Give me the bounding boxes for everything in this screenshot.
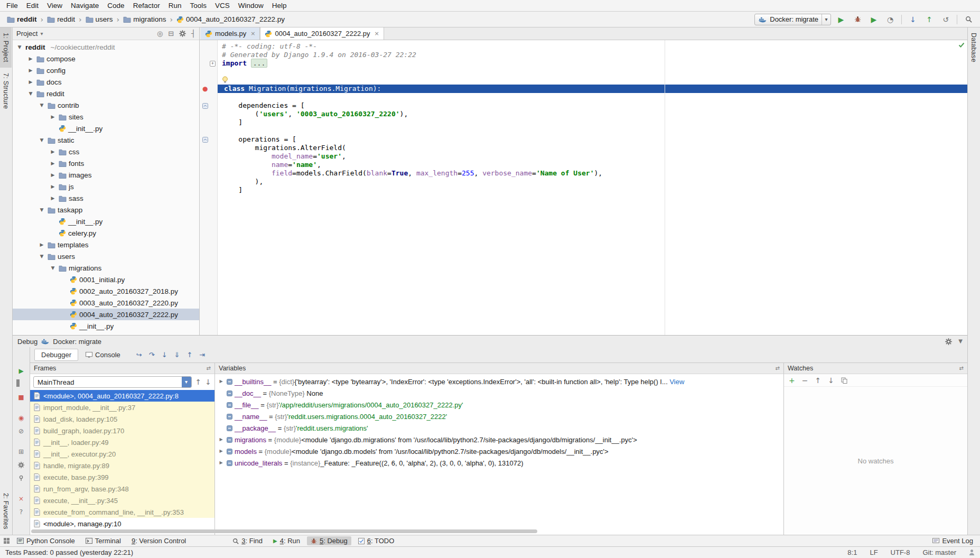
debug-button[interactable]: [851, 13, 864, 26]
gutter-line[interactable]: [200, 101, 217, 110]
chevron-collapsed-icon[interactable]: ▶: [38, 243, 45, 247]
panel-arrows-icon[interactable]: ⇄: [207, 366, 211, 371]
menu-edit[interactable]: Edit: [22, 1, 43, 10]
gutter-line[interactable]: [200, 42, 217, 51]
close-icon[interactable]: ×: [16, 494, 26, 503]
frame-row[interactable]: execute, __init__.py:345: [30, 495, 214, 506]
gutter-line[interactable]: ●: [200, 85, 217, 93]
tree-item-compose[interactable]: ▶compose: [13, 53, 199, 64]
menu-window[interactable]: Window: [234, 1, 268, 10]
code-line[interactable]: ('users', '0003_auto_20160327_2220'),: [218, 110, 967, 118]
toolwindow-button-run[interactable]: ▶4: Run: [269, 536, 304, 545]
breakpoint-icon[interactable]: ●: [202, 86, 208, 92]
chevron-collapsed-icon[interactable]: ▶: [27, 80, 34, 85]
chevron-expanded-icon[interactable]: ▼: [16, 45, 23, 50]
locate-file-icon[interactable]: ◎: [157, 30, 163, 37]
toolwindow-button-version-control[interactable]: 9: Version Control: [128, 536, 190, 545]
next-frame-icon[interactable]: ↓: [205, 378, 211, 386]
tree-item-templates[interactable]: ▶templates: [13, 239, 199, 250]
tree-item-js[interactable]: ▶js: [13, 181, 199, 192]
tree-item-0003-auto-20160327-2220-py[interactable]: 0003_auto_20160327_2220.py: [13, 297, 199, 309]
tree-item-css[interactable]: ▶css: [13, 146, 199, 157]
move-watch-up-icon[interactable]: ↑: [815, 377, 821, 384]
frame-row[interactable]: __init__, executor.py:20: [30, 448, 214, 460]
code-line[interactable]: [218, 93, 967, 101]
gutter-line[interactable]: [200, 118, 217, 127]
frame-row[interactable]: run_from_argv, base.py:348: [30, 483, 214, 495]
chevron-collapsed-icon[interactable]: ▶: [49, 150, 57, 154]
chevron-collapsed-icon[interactable]: ▶: [49, 184, 57, 189]
breadcrumb-item-reddit[interactable]: reddit: [45, 15, 77, 24]
status-lf[interactable]: LF: [870, 548, 878, 556]
stripe-button-1-project[interactable]: 1: Project: [0, 27, 12, 68]
toolwindow-button-find[interactable]: 3: Find: [229, 536, 266, 545]
frame-row[interactable]: build_graph, loader.py:170: [30, 425, 214, 436]
collapse-all-icon[interactable]: ⊟: [168, 30, 174, 37]
gutter-line[interactable]: [200, 110, 217, 118]
history-button[interactable]: ↺: [939, 13, 952, 26]
menu-file[interactable]: File: [2, 1, 22, 10]
hide-panel-icon[interactable]: ▼: [958, 339, 963, 344]
toolwindow-button-terminal[interactable]: Terminal: [82, 536, 125, 545]
code-line[interactable]: [218, 68, 967, 76]
code-line[interactable]: dependencies = [: [218, 101, 967, 110]
tree-item-0002-auto-20160327-2018-py[interactable]: 0002_auto_20160327_2018.py: [13, 285, 199, 297]
debug-execution-line[interactable]: class Migration(migrations.Migration):: [218, 85, 967, 93]
breadcrumb-item-users[interactable]: users: [84, 15, 115, 24]
view-value-link[interactable]: View: [668, 378, 685, 386]
variable-row-migrations[interactable]: ▶migrations = {module}<module 'django.db…: [215, 434, 783, 445]
chevron-expanded-icon[interactable]: ▼: [38, 254, 45, 259]
gutter-line[interactable]: [200, 51, 217, 59]
show-execution-point-icon[interactable]: ↪: [136, 351, 142, 358]
horizontal-scrollbar[interactable]: [31, 529, 537, 533]
run-config-selector[interactable]: Docker: migrate ▾: [754, 14, 831, 25]
mute-breakpoints-button[interactable]: ⊘: [16, 426, 26, 435]
gutter-line[interactable]: [200, 161, 217, 169]
gutter-line[interactable]: [200, 127, 217, 135]
menu-run[interactable]: Run: [164, 1, 186, 10]
stop-button[interactable]: ■: [16, 393, 26, 402]
menu-navigate[interactable]: Navigate: [67, 1, 103, 10]
frame-row[interactable]: load_disk, loader.py:105: [30, 413, 214, 425]
code-line[interactable]: ]: [218, 186, 967, 194]
chevron-collapsed-icon[interactable]: ▶: [27, 68, 34, 73]
tree-item-init-py[interactable]: __init__.py: [13, 320, 199, 332]
variable-row-doc[interactable]: __doc__ = {NoneType} None: [215, 387, 783, 399]
help-icon[interactable]: ?: [16, 507, 26, 516]
variable-row-name[interactable]: __name__ = {str}'reddit.users.migrations…: [215, 411, 783, 422]
project-view-selector[interactable]: Project▾: [16, 30, 43, 38]
chevron-expanded-icon[interactable]: ▼: [27, 91, 34, 96]
resume-button[interactable]: ▶: [16, 366, 26, 375]
editor-tab-0004-auto-20160327-2222-py[interactable]: 0004_auto_20160327_2222.py×: [260, 27, 384, 40]
stripe-button-7-structure[interactable]: 7: Structure: [0, 68, 12, 114]
tree-item-sass[interactable]: ▶sass: [13, 192, 199, 204]
panel-arrows-icon[interactable]: ⇄: [959, 366, 964, 371]
tree-item-0004-auto-20160327-2222-py[interactable]: 0004_auto_20160327_2222.py: [13, 309, 199, 320]
variable-row-builtins[interactable]: ▶__builtins__ = {dict}{'bytearray': <typ…: [215, 376, 783, 387]
step-out-icon[interactable]: ↑: [186, 351, 192, 358]
breadcrumb-item-0004-auto-20160327-2222-py[interactable]: 0004_auto_20160327_2222.py: [175, 15, 286, 24]
copy-icon[interactable]: [841, 377, 847, 384]
chevron-collapsed-icon[interactable]: ▶: [27, 57, 34, 61]
tree-item-reddit[interactable]: ▼reddit: [13, 88, 199, 99]
step-over-icon[interactable]: ↷: [149, 351, 155, 358]
chevron-down-icon[interactable]: ▾: [822, 14, 830, 25]
chevron-expanded-icon[interactable]: ▼: [38, 103, 45, 108]
chevron-collapsed-icon[interactable]: ▶: [49, 161, 57, 166]
tree-item-migrations[interactable]: ▼migrations: [13, 262, 199, 274]
gear-icon[interactable]: [16, 460, 26, 469]
editor-tab-models-py[interactable]: models.py×: [201, 27, 260, 40]
remove-watch-icon[interactable]: −: [802, 377, 808, 384]
debug-tab-console[interactable]: Console: [79, 349, 127, 361]
variable-row-file[interactable]: __file__ = {str}'/app/reddit/users/migra…: [215, 399, 783, 411]
chevron-collapsed-icon[interactable]: ▶: [49, 173, 57, 178]
move-watch-down-icon[interactable]: ↓: [828, 377, 834, 384]
editor-body[interactable]: +● # -*- coding: utf-8 -*-# Generated by…: [200, 40, 967, 335]
menu-code[interactable]: Code: [103, 1, 128, 10]
tree-item-init-py[interactable]: __init__.py: [13, 123, 199, 134]
tree-item-celery-py[interactable]: celery.py: [13, 227, 199, 239]
search-icon[interactable]: [962, 13, 975, 26]
project-tree[interactable]: ▼reddit~/cookiecutter/reddit▶compose▶con…: [13, 40, 199, 335]
gutter-line[interactable]: [200, 186, 217, 194]
frame-row[interactable]: __init__, loader.py:49: [30, 436, 214, 448]
